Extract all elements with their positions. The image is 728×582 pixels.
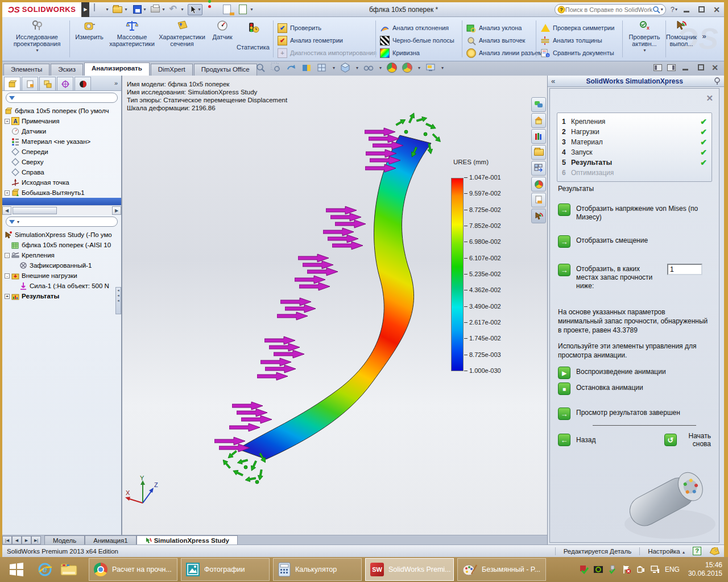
- simulationxpress-study-tab[interactable]: SimulationXpress Study: [136, 535, 238, 544]
- internet-explorer-button[interactable]: e: [33, 557, 57, 582]
- tag-icon[interactable]: [709, 547, 719, 555]
- last-tab-icon[interactable]: ▶|: [31, 536, 41, 544]
- apply-scene-icon[interactable]: [402, 63, 412, 73]
- mass-properties-button[interactable]: Массовые характеристики: [109, 19, 155, 47]
- tree-item-front-plane[interactable]: Спереди: [5, 147, 121, 157]
- tab-property-manager[interactable]: [22, 77, 38, 90]
- tab-dimxpert-manager[interactable]: [57, 77, 73, 90]
- toggle-right-pane-icon[interactable]: [667, 64, 676, 71]
- show-displacement-button[interactable]: → Отобразить смещение: [550, 235, 719, 248]
- tab-office-products[interactable]: Продукты Office: [194, 64, 257, 76]
- section-view-icon[interactable]: [301, 63, 312, 73]
- measure-button[interactable]: Измерить: [72, 19, 107, 40]
- tree-item-annotations[interactable]: +AПримечания: [5, 116, 121, 126]
- stop-animation-button[interactable]: ■ Остановка анимации: [550, 383, 719, 395]
- results-done-button[interactable]: → Просмотр результатов завершен: [550, 408, 719, 420]
- study-results[interactable]: +Результаты: [5, 291, 121, 301]
- taskbar-app-paint[interactable]: Безымянный - P...: [457, 558, 546, 581]
- taskbar-app-chrome[interactable]: Расчет на прочн...: [89, 558, 177, 581]
- language-indicator[interactable]: ENG: [665, 566, 680, 573]
- statistics-button[interactable]: Статистика: [235, 19, 271, 51]
- file-properties-icon[interactable]: [223, 4, 234, 15]
- compare-documents-button[interactable]: ?Сравнить документы: [540, 47, 614, 59]
- panel-close-icon[interactable]: ✕: [706, 93, 713, 103]
- collapse-icon[interactable]: -: [5, 253, 10, 258]
- collapse-panel-icon[interactable]: «: [551, 77, 555, 85]
- doc-close-button[interactable]: ✕: [712, 64, 718, 72]
- undercut-analysis-button[interactable]: Анализ выточек: [466, 34, 546, 47]
- toggle-left-pane-icon[interactable]: [653, 64, 662, 71]
- menu-expand-icon[interactable]: ▶: [81, 2, 89, 17]
- sensor-button[interactable]: Датчик: [209, 19, 235, 40]
- deviation-analysis-button[interactable]: Анализ отклонения: [380, 22, 454, 34]
- step-results[interactable]: 5Результаты✔: [562, 157, 707, 168]
- first-tab-icon[interactable]: |◀: [2, 536, 12, 544]
- step-fixtures[interactable]: 1Крепления✔: [562, 117, 707, 127]
- draft-analysis-button[interactable]: Анализ уклона: [466, 22, 546, 34]
- step-loads[interactable]: 2Нагрузки✔: [562, 127, 707, 137]
- select-caret-icon[interactable]: ▾: [198, 7, 200, 12]
- tab-dimxpert[interactable]: DimXpert: [151, 64, 193, 76]
- quick-tips-toggle[interactable]: ?: [693, 547, 701, 555]
- panel-splitter-grip[interactable]: ◂◂◂: [115, 287, 121, 314]
- customize-menu[interactable]: Настройка ▴: [648, 548, 685, 555]
- tree-item-sensors[interactable]: Датчики: [5, 126, 121, 136]
- tree-item-top-plane[interactable]: Сверху: [5, 157, 121, 167]
- minimize-button[interactable]: [682, 6, 692, 14]
- design-study-button[interactable]: Исследование проектирования ▾: [7, 19, 67, 54]
- library-tab[interactable]: [531, 129, 546, 144]
- study-filter-input[interactable]: ▾: [6, 217, 118, 227]
- restart-button[interactable]: ↺ Начать снова: [664, 432, 711, 448]
- taskbar-app-solidworks[interactable]: SW SolidWorks Premi...: [365, 558, 454, 581]
- thickness-analysis-button[interactable]: Анализ толщины: [540, 34, 614, 47]
- tree-item-right-plane[interactable]: Справа: [5, 167, 121, 177]
- study-force[interactable]: Сила-1 (:На объект: 500 N: [5, 281, 121, 291]
- taskbar-app-calculator[interactable]: Калькулятор: [273, 558, 362, 581]
- tray-action-center-icon[interactable]: [622, 565, 631, 574]
- step-material[interactable]: 3Материал✔: [562, 137, 707, 147]
- new-caret-icon[interactable]: ▾: [106, 7, 108, 12]
- save-caret-icon[interactable]: ▾: [143, 7, 146, 12]
- symmetry-check-button[interactable]: Проверка симметрии: [540, 22, 614, 34]
- scroll-right-icon[interactable]: ▶: [112, 206, 121, 215]
- play-animation-button[interactable]: ▶ Воспроизведение анимации: [550, 367, 719, 379]
- select-tool-button[interactable]: ▾: [188, 4, 202, 15]
- collapse-icon[interactable]: -: [5, 273, 10, 278]
- open-caret-icon[interactable]: ▾: [125, 7, 127, 12]
- assistant-button[interactable]: Помощник выпол...: [667, 19, 696, 47]
- tree-filter-input[interactable]: [6, 93, 118, 103]
- print-icon[interactable]: [150, 4, 162, 15]
- doc-minimize-button[interactable]: [681, 64, 691, 72]
- tray-usb-icon[interactable]: [608, 565, 617, 574]
- display-style-caret-icon[interactable]: ▾: [356, 65, 358, 70]
- curvature-button[interactable]: Кривизна: [380, 47, 454, 59]
- expand-icon[interactable]: +: [5, 190, 10, 196]
- study-loads[interactable]: -Внешние нагрузки: [5, 271, 121, 281]
- open-document-icon[interactable]: [113, 4, 124, 15]
- next-tab-icon[interactable]: ▶: [22, 536, 31, 544]
- apply-scene-caret-icon[interactable]: ▾: [418, 65, 420, 70]
- pin-icon[interactable]: [714, 77, 721, 85]
- custom-properties-tab[interactable]: [531, 193, 546, 207]
- simulationxpress-tab[interactable]: [531, 209, 546, 223]
- search-input[interactable]: [565, 6, 652, 13]
- help-caret-icon[interactable]: ▾: [675, 7, 677, 12]
- expand-icon[interactable]: +: [5, 294, 10, 299]
- taskbar-clock[interactable]: 15:46 30.06.2015: [685, 561, 722, 578]
- study-root[interactable]: SimulationXpress Study (-По умо: [5, 230, 121, 240]
- options-icon[interactable]: [239, 4, 250, 15]
- help-search-box[interactable]: ? ▾: [555, 4, 666, 15]
- resources-tab[interactable]: [531, 97, 546, 112]
- design-library-tab[interactable]: [531, 145, 546, 160]
- back-icon[interactable]: ←: [558, 434, 570, 446]
- view-orientation-icon[interactable]: [317, 63, 327, 73]
- search-icon[interactable]: [652, 6, 660, 14]
- undo-icon[interactable]: ↶: [169, 4, 180, 15]
- view-palette-tab[interactable]: [531, 161, 546, 176]
- step-run[interactable]: 4Запуск✔: [562, 147, 707, 157]
- print-caret-icon[interactable]: ▾: [162, 7, 164, 12]
- filter-caret-icon[interactable]: ▾: [17, 219, 19, 225]
- parting-line-analysis-button[interactable]: Анализ линии разъема: [466, 47, 546, 59]
- check-button[interactable]: ✔Проверить: [278, 22, 377, 34]
- search-caret-icon[interactable]: ▾: [661, 7, 663, 12]
